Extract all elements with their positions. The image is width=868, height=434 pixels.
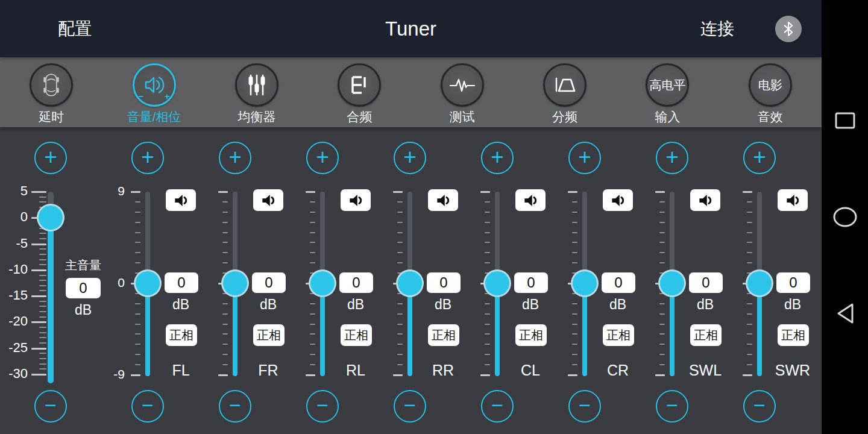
speaker-mute-icon bbox=[260, 192, 277, 209]
master-scale-label: -20 bbox=[0, 313, 28, 329]
channel-decrease-button[interactable]: − bbox=[568, 390, 601, 423]
phase-button[interactable]: 正相 bbox=[341, 324, 372, 346]
master-scale-label: -30 bbox=[0, 366, 28, 382]
tab-high-level-input[interactable]: 高电平 输入 bbox=[616, 57, 719, 127]
speaker-mute-icon bbox=[348, 192, 364, 209]
speaker-mute-icon bbox=[697, 192, 714, 209]
android-nav-bar bbox=[822, 0, 868, 434]
phase-button[interactable]: 正相 bbox=[515, 324, 547, 346]
channel-decrease-button[interactable]: − bbox=[394, 390, 426, 423]
channel-slider-thumb[interactable] bbox=[309, 269, 336, 297]
channel-scale-label: -9 bbox=[101, 367, 125, 382]
channel-slider-thumb[interactable] bbox=[221, 269, 249, 297]
tab-crossover[interactable]: 分频 bbox=[514, 57, 616, 127]
channel-scale-label: 0 bbox=[101, 275, 125, 290]
channel-slider-thumb[interactable] bbox=[746, 269, 773, 297]
phase-button[interactable]: 正相 bbox=[428, 324, 459, 346]
channel-increase-button[interactable]: + bbox=[131, 142, 164, 174]
channel-unit-label: dB bbox=[771, 297, 814, 313]
bluetooth-icon bbox=[782, 21, 794, 37]
channel-slider-thumb[interactable] bbox=[571, 269, 599, 297]
channel-increase-button[interactable]: + bbox=[656, 142, 688, 174]
channel-column-rr: + 0 dB 正相 RR − bbox=[371, 127, 458, 434]
channel-increase-button[interactable]: + bbox=[219, 142, 251, 174]
high-level-icon-text: 高电平 bbox=[649, 77, 685, 93]
tab-equalizer[interactable]: 均衡器 bbox=[206, 57, 308, 127]
master-scale-label: -15 bbox=[0, 288, 28, 303]
master-scale-label: 5 bbox=[0, 183, 28, 199]
equalizer-icon bbox=[245, 73, 269, 97]
channel-slider-thumb[interactable] bbox=[134, 269, 162, 297]
channel-decrease-button[interactable]: − bbox=[656, 390, 688, 423]
home-icon bbox=[832, 206, 858, 228]
speaker-mute-icon bbox=[785, 192, 801, 209]
channel-name-label: SWR bbox=[771, 362, 814, 379]
channel-decrease-button[interactable]: − bbox=[219, 390, 251, 423]
tab-test[interactable]: 测试 bbox=[411, 57, 514, 127]
movie-icon-text: 电影 bbox=[758, 77, 782, 93]
channel-value: 0 bbox=[514, 272, 548, 293]
bluetooth-button[interactable] bbox=[775, 16, 802, 42]
channel-increase-button[interactable]: + bbox=[568, 142, 601, 174]
test-wave-icon bbox=[449, 73, 476, 97]
channel-value: 0 bbox=[165, 272, 198, 293]
channel-column-cl: + 0 dB 正相 CL − bbox=[458, 127, 546, 434]
channel-increase-button[interactable]: + bbox=[394, 142, 426, 174]
mute-button[interactable] bbox=[690, 189, 720, 211]
channel-decrease-button[interactable]: − bbox=[743, 390, 776, 423]
phase-button[interactable]: 正相 bbox=[603, 324, 634, 346]
phase-button[interactable]: 正相 bbox=[166, 324, 197, 346]
tab-merge-frequency[interactable]: 合频 bbox=[308, 57, 410, 127]
channel-increase-button[interactable]: + bbox=[306, 142, 339, 174]
tab-volume-phase[interactable]: − + 音量/相位 bbox=[102, 57, 205, 127]
master-decrease-button[interactable]: − bbox=[34, 390, 67, 423]
mute-button[interactable] bbox=[515, 189, 546, 211]
back-button[interactable] bbox=[822, 294, 868, 333]
channel-slider-thumb[interactable] bbox=[658, 269, 686, 297]
master-unit-label: dB bbox=[60, 302, 106, 318]
phase-button[interactable]: 正相 bbox=[690, 324, 722, 346]
speaker-mute-icon bbox=[173, 192, 189, 209]
channel-value: 0 bbox=[427, 272, 461, 293]
channel-decrease-button[interactable]: − bbox=[481, 390, 514, 423]
speaker-mute-icon bbox=[610, 192, 626, 209]
master-scale-label: -25 bbox=[0, 340, 28, 356]
channel-column-swl: + 0 dB 正相 SWL − bbox=[633, 127, 720, 434]
channel-slider-thumb[interactable] bbox=[396, 269, 424, 297]
channel-increase-button[interactable]: + bbox=[743, 142, 776, 174]
master-scale-label: -5 bbox=[0, 236, 28, 251]
mute-button[interactable] bbox=[341, 189, 371, 211]
tab-delay[interactable]: 延时 bbox=[0, 57, 102, 127]
mute-button[interactable] bbox=[603, 189, 633, 211]
master-slider-thumb[interactable] bbox=[37, 204, 64, 231]
home-button[interactable] bbox=[822, 198, 868, 236]
channel-decrease-button[interactable]: − bbox=[306, 390, 339, 423]
master-scale-label: 0 bbox=[0, 209, 28, 225]
mute-button[interactable] bbox=[253, 189, 283, 211]
mute-button[interactable] bbox=[428, 189, 458, 211]
connect-button[interactable]: 连接 bbox=[697, 0, 738, 57]
channel-column-swr: + 0 dB 正相 SWR − bbox=[720, 127, 808, 434]
master-volume-label: 主音量 bbox=[60, 257, 106, 274]
car-delay-icon bbox=[39, 72, 63, 98]
back-icon bbox=[835, 302, 855, 325]
channel-increase-button[interactable]: + bbox=[481, 142, 514, 174]
channel-column-fl: + 90-9 0 dB 正相 FL − bbox=[108, 127, 196, 434]
master-increase-button[interactable]: + bbox=[34, 142, 67, 174]
mute-button[interactable] bbox=[778, 189, 808, 211]
recents-button[interactable] bbox=[822, 101, 868, 140]
tool-tab-row: 延时 − + 音量/相位 bbox=[0, 57, 822, 127]
channel-decrease-button[interactable]: − bbox=[131, 390, 164, 423]
channel-slider-thumb[interactable] bbox=[483, 269, 511, 297]
channel-value: 0 bbox=[602, 272, 635, 293]
channel-column-cr: + 0 dB 正相 CR − bbox=[546, 127, 633, 434]
tab-movie-sound[interactable]: 电影 音效 bbox=[719, 57, 822, 127]
master-scale-label: -10 bbox=[0, 262, 28, 277]
channel-value: 0 bbox=[776, 272, 810, 293]
recents-icon bbox=[834, 112, 856, 130]
phase-button[interactable]: 正相 bbox=[253, 324, 285, 346]
phase-button[interactable]: 正相 bbox=[778, 324, 809, 346]
master-value: 0 bbox=[66, 278, 101, 298]
mute-button[interactable] bbox=[166, 189, 196, 211]
speaker-mute-icon bbox=[435, 192, 451, 209]
